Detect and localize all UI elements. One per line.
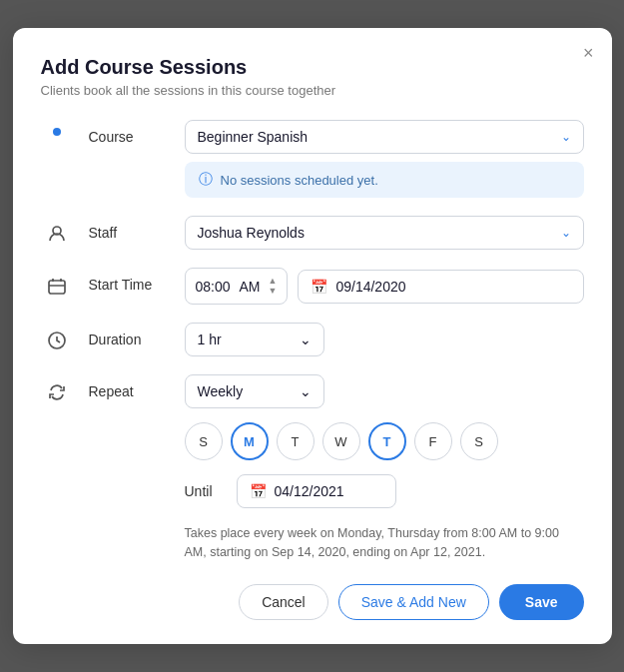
staff-chevron-icon: ⌄ bbox=[561, 226, 571, 240]
duration-row: Duration 1 hr ⌄ bbox=[41, 323, 584, 356]
start-time-icon bbox=[41, 268, 73, 296]
calendar-icon: 📅 bbox=[311, 279, 327, 295]
start-time-row: Start Time 08:00 AM ▲ ▼ 📅 09/14/2020 bbox=[41, 268, 584, 305]
day-btn-mon[interactable]: M bbox=[231, 422, 269, 460]
save-button[interactable]: Save bbox=[499, 584, 584, 620]
day-btn-thu[interactable]: T bbox=[368, 422, 406, 460]
add-course-sessions-modal: × Add Course Sessions Clients book all t… bbox=[13, 28, 612, 644]
until-label: Until bbox=[185, 483, 225, 499]
course-select[interactable]: Beginner Spanish ⌄ bbox=[185, 120, 584, 154]
day-btn-tue[interactable]: T bbox=[277, 422, 314, 460]
modal-subtitle: Clients book all the sessions in this co… bbox=[41, 83, 584, 98]
day-btn-sun[interactable]: S bbox=[185, 422, 223, 460]
day-btn-wed[interactable]: W bbox=[322, 422, 360, 460]
time-inputs-row: 08:00 AM ▲ ▼ 📅 09/14/2020 bbox=[185, 268, 584, 305]
course-content: Beginner Spanish ⌄ ⓘ No sessions schedul… bbox=[185, 120, 584, 198]
start-time-content: 08:00 AM ▲ ▼ 📅 09/14/2020 bbox=[185, 268, 584, 305]
footer-row: Cancel Save & Add New Save bbox=[41, 584, 584, 620]
repeat-icon bbox=[41, 374, 73, 402]
day-btn-sat[interactable]: S bbox=[460, 422, 498, 460]
cancel-button[interactable]: Cancel bbox=[239, 584, 328, 620]
staff-select[interactable]: Joshua Reynolds ⌄ bbox=[185, 216, 584, 250]
staff-label: Staff bbox=[89, 216, 169, 241]
start-time-label: Start Time bbox=[89, 268, 169, 293]
course-info-box: ⓘ No sessions scheduled yet. bbox=[185, 162, 584, 198]
until-row: Until 📅 04/12/2021 bbox=[185, 474, 584, 508]
course-row: Course Beginner Spanish ⌄ ⓘ No sessions … bbox=[41, 120, 584, 198]
duration-icon bbox=[41, 323, 73, 350]
staff-row: Staff Joshua Reynolds ⌄ bbox=[41, 216, 584, 250]
repeat-label: Repeat bbox=[89, 374, 169, 399]
modal-title: Add Course Sessions bbox=[41, 56, 584, 79]
time-spinner[interactable]: ▲ ▼ bbox=[269, 277, 278, 296]
day-btn-fri[interactable]: F bbox=[414, 422, 452, 460]
staff-icon bbox=[41, 216, 73, 244]
save-add-new-button[interactable]: Save & Add New bbox=[338, 584, 489, 620]
course-icon bbox=[41, 120, 73, 136]
repeat-chevron-icon: ⌄ bbox=[300, 383, 312, 399]
repeat-row: Repeat Weekly ⌄ S M T W T F S Until bbox=[41, 374, 584, 562]
repeat-select[interactable]: Weekly ⌄ bbox=[185, 374, 324, 408]
close-button[interactable]: × bbox=[583, 44, 594, 62]
duration-content: 1 hr ⌄ bbox=[185, 323, 584, 356]
course-chevron-icon: ⌄ bbox=[561, 130, 571, 144]
info-icon: ⓘ bbox=[199, 171, 213, 189]
time-input-field[interactable]: 08:00 AM ▲ ▼ bbox=[185, 268, 289, 305]
repeat-block: Weekly ⌄ S M T W T F S Until 📅 04/12/2 bbox=[185, 374, 584, 562]
until-calendar-icon: 📅 bbox=[250, 483, 267, 499]
date-input-field[interactable]: 📅 09/14/2020 bbox=[298, 270, 583, 304]
duration-chevron-icon: ⌄ bbox=[300, 332, 312, 347]
repeat-summary: Takes place every week on Monday, Thursd… bbox=[185, 524, 584, 562]
repeat-content: Weekly ⌄ S M T W T F S Until 📅 04/12/2 bbox=[185, 374, 584, 562]
staff-content: Joshua Reynolds ⌄ bbox=[185, 216, 584, 250]
days-row: S M T W T F S bbox=[185, 422, 584, 460]
duration-select[interactable]: 1 hr ⌄ bbox=[185, 323, 324, 356]
ampm-value: AM bbox=[240, 279, 261, 295]
time-value: 08:00 bbox=[196, 279, 232, 295]
until-date-input[interactable]: 📅 04/12/2021 bbox=[237, 474, 396, 508]
duration-label: Duration bbox=[89, 323, 169, 347]
svg-rect-1 bbox=[49, 281, 65, 294]
course-label: Course bbox=[89, 120, 169, 145]
